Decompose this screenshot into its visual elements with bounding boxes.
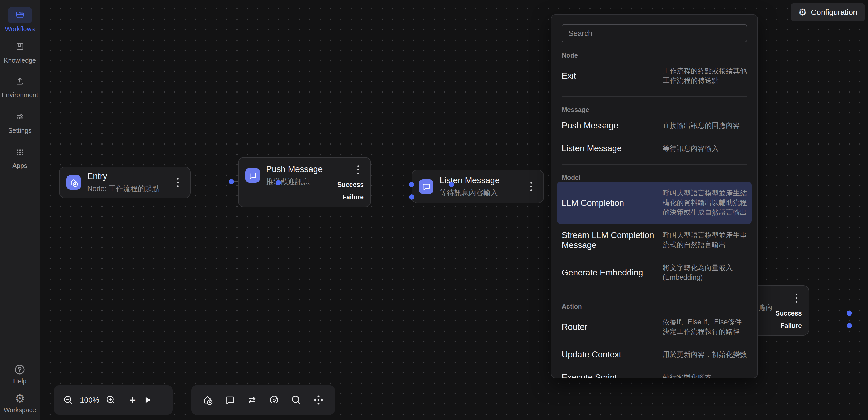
item-name: Generate Embedding bbox=[562, 268, 656, 278]
section-divider bbox=[562, 164, 747, 165]
item-description: 工作流程的終點或接續其他工作流程的傳送點 bbox=[663, 66, 747, 85]
message-node-icon bbox=[245, 168, 260, 183]
item-name: Stream LLM Completion Message bbox=[562, 230, 656, 250]
play-icon bbox=[142, 395, 153, 405]
house-plus-icon bbox=[202, 394, 213, 406]
house-plus-icon bbox=[69, 178, 79, 187]
item-name: Listen Message bbox=[562, 143, 656, 153]
message-node-icon bbox=[419, 179, 433, 194]
pan-move-button[interactable] bbox=[313, 394, 324, 406]
item-description: 呼叫大型語言模型並產生串流式的自然語言輸出 bbox=[663, 230, 747, 250]
canvas-tools-toolbar bbox=[191, 386, 335, 415]
search-icon bbox=[290, 394, 302, 406]
node-subtitle: 推送歡迎訊息 bbox=[266, 177, 323, 187]
grid-icon bbox=[8, 144, 32, 160]
node-subtitle: Node: 工作流程的起點 bbox=[87, 184, 160, 194]
port-push-input[interactable] bbox=[276, 180, 281, 185]
book-icon bbox=[8, 38, 32, 55]
configuration-button[interactable]: ⚙ Configuration bbox=[790, 3, 865, 21]
port-entry-output[interactable] bbox=[229, 179, 234, 184]
item-description: 直接輸出訊息的回應內容 bbox=[663, 121, 747, 131]
section-title-model: Model bbox=[562, 174, 747, 181]
upload-icon bbox=[7, 73, 32, 89]
toolbar-divider bbox=[123, 392, 123, 408]
search-canvas-button[interactable] bbox=[290, 394, 302, 406]
palette-item-listen-message[interactable]: Listen Message 等待訊息內容輸入 bbox=[562, 137, 747, 160]
palette-item-push-message[interactable]: Push Message 直接輸出訊息的回應內容 bbox=[562, 114, 747, 137]
add-button[interactable]: + bbox=[129, 394, 136, 406]
node-listen-head: Listen Message 等待訊息內容輸入 bbox=[419, 175, 500, 198]
palette-item-exit[interactable]: Exit 工作流程的終點或接續其他工作流程的傳送點 bbox=[562, 60, 747, 92]
palette-item-router[interactable]: Router 依據If、Else If、Else條件決定工作流程執行的路徑 bbox=[562, 311, 747, 343]
sidebar-item-help[interactable]: Help bbox=[13, 364, 27, 385]
folder-open-icon bbox=[8, 7, 32, 23]
section-divider bbox=[562, 293, 747, 293]
search-input[interactable] bbox=[562, 24, 747, 43]
port-push-failure[interactable] bbox=[409, 194, 414, 200]
sidebar-item-environment[interactable]: Environment bbox=[2, 73, 38, 99]
sidebar-item-apps[interactable]: Apps bbox=[8, 144, 32, 169]
swap-connection-button[interactable] bbox=[246, 394, 258, 406]
canvas-zoom-toolbar: 100% + bbox=[54, 386, 173, 415]
sidebar-item-label: Settings bbox=[8, 127, 31, 134]
sidebar-item-label: Apps bbox=[12, 162, 27, 169]
sidebar-item-workspace[interactable]: ⚙ Workspace bbox=[4, 393, 36, 414]
sidebar-item-label: Workspace bbox=[4, 406, 36, 414]
palette-item-stream-llm-completion-message[interactable]: Stream LLM Completion Message 呼叫大型語言模型並產… bbox=[562, 224, 747, 256]
node-title: Push Message bbox=[266, 164, 323, 174]
section-title-action: Action bbox=[562, 303, 747, 310]
plus-icon: + bbox=[129, 394, 136, 406]
port-push-success[interactable] bbox=[409, 182, 414, 187]
item-description: 執行客製化腳本 bbox=[663, 373, 747, 379]
node-title: Entry bbox=[87, 171, 160, 181]
item-name: Exit bbox=[562, 71, 656, 81]
help-circle-icon bbox=[14, 364, 25, 375]
zoom-out-button[interactable] bbox=[63, 394, 74, 405]
auto-layout-button[interactable] bbox=[269, 394, 280, 406]
zoom-out-icon bbox=[63, 394, 74, 405]
palette-item-execute-script[interactable]: Execute Script 執行客製化腳本 bbox=[562, 366, 747, 378]
node-menu-button[interactable] bbox=[795, 292, 798, 304]
sidebar-footer: Help ⚙ Workspace bbox=[0, 364, 40, 414]
node-menu-button[interactable] bbox=[529, 181, 533, 192]
palette-item-generate-embedding[interactable]: Generate Embedding 將文字轉化為向量嵌入 (Embedding… bbox=[562, 256, 747, 289]
sidebar-item-workflows[interactable]: Workflows bbox=[5, 7, 35, 33]
node-menu-button[interactable] bbox=[356, 164, 360, 175]
item-name: Execute Script bbox=[562, 372, 656, 378]
entry-node-icon bbox=[66, 175, 81, 190]
section-title-message: Message bbox=[562, 106, 747, 114]
item-description: 依據If、Else If、Else條件決定工作流程執行的路徑 bbox=[663, 317, 747, 337]
sidebar-item-settings[interactable]: Settings bbox=[8, 109, 32, 134]
sidebar-item-knowledge[interactable]: Knowledge bbox=[4, 38, 36, 64]
palette-item-update-context[interactable]: Update Context 用於更新內容，初始化變數 bbox=[562, 343, 747, 366]
section-divider bbox=[562, 96, 747, 97]
item-description: 將文字轉化為向量嵌入 (Embedding) bbox=[663, 263, 747, 282]
node-push-message[interactable]: Push Message 推送歡迎訊息 Success Failure bbox=[238, 157, 371, 207]
add-entry-node-button[interactable] bbox=[202, 394, 213, 406]
node-listen-message[interactable]: Listen Message 等待訊息內容輸入 bbox=[412, 170, 544, 203]
chat-bubble-icon bbox=[422, 182, 431, 191]
port-partial-success[interactable] bbox=[847, 311, 852, 316]
gear-icon: ⚙ bbox=[799, 7, 807, 17]
success-port-label: Success bbox=[776, 310, 802, 317]
node-menu-button[interactable] bbox=[176, 177, 180, 188]
swap-arrows-icon bbox=[246, 394, 258, 406]
zoom-level-label: 100% bbox=[80, 396, 99, 404]
run-workflow-button[interactable] bbox=[142, 395, 153, 405]
zoom-in-button[interactable] bbox=[105, 394, 116, 405]
add-message-node-button[interactable] bbox=[224, 394, 236, 406]
configuration-label: Configuration bbox=[811, 8, 857, 17]
sidebar-item-label: Knowledge bbox=[4, 57, 36, 64]
item-description: 等待訊息內容輸入 bbox=[663, 144, 747, 153]
failure-port-label: Failure bbox=[780, 322, 802, 330]
port-listen-input[interactable] bbox=[449, 182, 454, 187]
node-push-head: Push Message 推送歡迎訊息 bbox=[245, 164, 323, 187]
item-name: Router bbox=[562, 322, 656, 332]
port-partial-failure[interactable] bbox=[847, 323, 852, 328]
bulb-refresh-icon bbox=[269, 394, 280, 406]
palette-item-llm-completion[interactable]: LLM Completion 呼叫大型語言模型並產生結構化的資料輸出以輔助流程的… bbox=[557, 182, 752, 224]
node-entry[interactable]: Entry Node: 工作流程的起點 bbox=[59, 167, 190, 198]
chat-bubble-icon bbox=[224, 394, 236, 406]
item-name: LLM Completion bbox=[562, 198, 656, 208]
workflow-editor: Entry Node: 工作流程的起點 Push Message 推送歡迎訊息 … bbox=[0, 0, 868, 420]
